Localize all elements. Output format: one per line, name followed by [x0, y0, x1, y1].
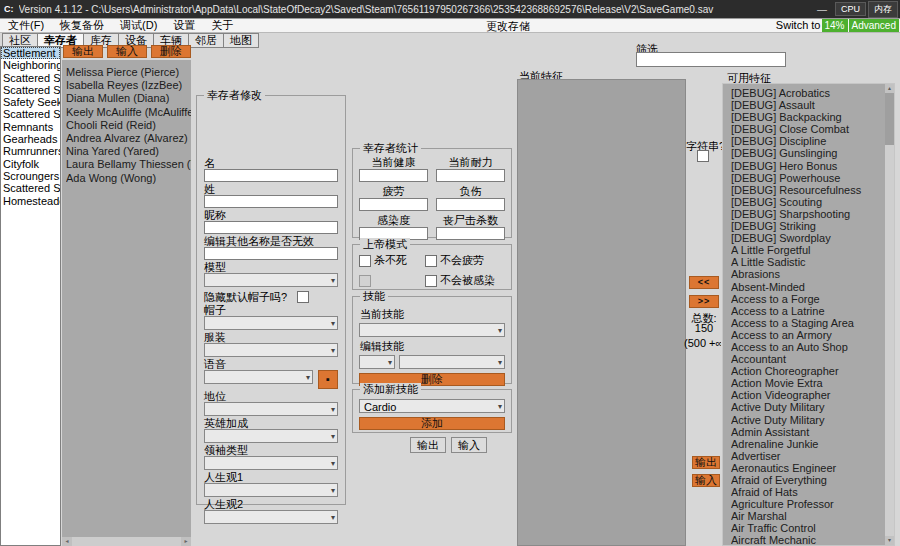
settlement-item[interactable]: Settlement: [1, 47, 60, 59]
trait-item[interactable]: Action Choreographer: [731, 365, 885, 377]
survivor-item[interactable]: Chooli Reid (Reid): [66, 119, 191, 132]
add-skill-button[interactable]: 添加: [359, 417, 505, 430]
stat-input[interactable]: [436, 169, 505, 182]
trait-item[interactable]: Access to a Staging Area: [731, 317, 885, 329]
menu-item[interactable]: 文件(F): [0, 19, 52, 32]
settlement-item[interactable]: Scattered Surviv: [1, 182, 60, 194]
move-right-button[interactable]: >>: [689, 295, 719, 308]
scroll-right-icon[interactable]: ▸: [181, 537, 191, 546]
trait-item[interactable]: Adrenaline Junkie: [731, 438, 885, 450]
clothing-select[interactable]: ▾: [204, 343, 338, 357]
trait-item[interactable]: Aeronautics Engineer: [731, 462, 885, 474]
settlement-item[interactable]: Gearheads: [1, 133, 60, 145]
unkillable-checkbox[interactable]: [359, 255, 371, 267]
trait-item[interactable]: Absent-Minded: [731, 281, 885, 293]
settlement-item[interactable]: Scroungers: [1, 170, 60, 182]
stat-input[interactable]: [436, 227, 505, 240]
leader-type-select[interactable]: ▾: [204, 456, 338, 470]
settlement-item[interactable]: Cityfolk: [1, 158, 60, 170]
trait-item[interactable]: Aircraft Mechanic: [731, 534, 885, 546]
trait-item[interactable]: [DEBUG] Striking: [731, 220, 885, 232]
trait-item[interactable]: [DEBUG] Gunslinging: [731, 147, 885, 159]
tab[interactable]: 地图: [224, 33, 259, 48]
minimize-button[interactable]: —: [809, 4, 835, 15]
trait-item[interactable]: Active Duty Military: [731, 401, 885, 413]
trait-item[interactable]: Agriculture Professor: [731, 498, 885, 510]
voice-select[interactable]: ▾: [204, 370, 313, 384]
trait-item[interactable]: [DEBUG] Discipline: [731, 135, 885, 147]
trait-item[interactable]: [DEBUG] Close Combat: [731, 123, 885, 135]
settlement-item[interactable]: Rumrunners: [1, 145, 60, 157]
current-skill-select[interactable]: ▾: [359, 323, 505, 337]
trait-item[interactable]: [DEBUG] Scouting: [731, 196, 885, 208]
switch-advanced-link[interactable]: Switch to: [776, 19, 821, 32]
skill-level-select[interactable]: ▾: [359, 355, 395, 369]
settlement-item[interactable]: Scattered Surviv: [1, 72, 60, 84]
trait-item[interactable]: [DEBUG] Sharpshooting: [731, 208, 885, 220]
settlement-item[interactable]: Scattered Surviv: [1, 108, 60, 120]
stat-input[interactable]: [359, 169, 428, 182]
traits-export-button[interactable]: 输出: [692, 456, 720, 469]
last-name-input[interactable]: [204, 195, 338, 208]
menu-item[interactable]: 调试(D): [112, 19, 165, 32]
scroll-down-icon[interactable]: ▾: [885, 536, 894, 545]
survivor-item[interactable]: Keely McAuliffe (McAuliffe): [66, 106, 191, 119]
trait-item[interactable]: Air Traffic Control: [731, 522, 885, 534]
status-select[interactable]: ▾: [204, 402, 338, 416]
survivor-delete-button[interactable]: 删除: [151, 45, 191, 58]
settlement-item[interactable]: Safety Seekers: [1, 96, 60, 108]
voice-preview-button[interactable]: ▪: [318, 370, 338, 389]
outlook2-select[interactable]: ▾: [204, 510, 338, 524]
current-traits-list[interactable]: [517, 79, 686, 546]
move-left-button[interactable]: <<: [689, 276, 719, 289]
survivor-item[interactable]: Laura Bellamy Thiessen (Thiessen: [66, 158, 191, 171]
survivor-hscrollbar[interactable]: ◂ ▸: [62, 537, 191, 546]
trait-item[interactable]: [DEBUG] Assault: [731, 99, 885, 111]
trait-item[interactable]: [DEBUG] Backpacking: [731, 111, 885, 123]
trait-item[interactable]: A Little Sadistic: [731, 256, 885, 268]
trait-item[interactable]: [DEBUG] Powerhouse: [731, 172, 885, 184]
skill-export-button[interactable]: 输出: [410, 437, 446, 453]
trait-item[interactable]: [DEBUG] Acrobatics: [731, 87, 885, 99]
survivor-item[interactable]: Melissa Pierce (Pierce): [66, 66, 191, 79]
string-checkbox[interactable]: [697, 150, 709, 162]
trait-item[interactable]: [DEBUG] Hero Bonus: [731, 160, 885, 172]
menu-item[interactable]: 关于: [203, 19, 241, 32]
scroll-left-icon[interactable]: ◂: [62, 537, 72, 546]
no-infection-checkbox[interactable]: [425, 275, 437, 287]
trait-item[interactable]: Access to a Forge: [731, 293, 885, 305]
skill-name-select[interactable]: ▾: [399, 355, 505, 369]
trait-item[interactable]: Access to an Auto Shop: [731, 341, 885, 353]
trait-item[interactable]: Access to a Latrine: [731, 305, 885, 317]
stat-input[interactable]: [359, 198, 428, 211]
trait-item[interactable]: Afraid of Everything: [731, 474, 885, 486]
skill-import-button[interactable]: 输入: [451, 437, 487, 453]
outlook1-select[interactable]: ▾: [204, 483, 338, 497]
trait-item[interactable]: Action Videographer: [731, 389, 885, 401]
trait-item[interactable]: Advertiser: [731, 450, 885, 462]
settlement-item[interactable]: Scattered Surviv: [1, 84, 60, 96]
survivor-item[interactable]: Isabella Reyes (IzzBee): [66, 79, 191, 92]
survivor-item[interactable]: Nina Yared (Yared): [66, 145, 191, 158]
trait-item[interactable]: Accountant: [731, 353, 885, 365]
settlement-item[interactable]: Remnants: [1, 121, 60, 133]
hero-bonus-select[interactable]: ▾: [204, 429, 338, 443]
menu-item[interactable]: 恢复备份: [52, 19, 112, 32]
trait-item[interactable]: Afraid of Hats: [731, 486, 885, 498]
survivor-item[interactable]: Ada Wong (Wong): [66, 172, 191, 185]
first-name-input[interactable]: [204, 169, 338, 182]
trait-item[interactable]: Access to an Armory: [731, 329, 885, 341]
traits-scrollbar[interactable]: ▴ ▾: [885, 84, 894, 545]
trait-item[interactable]: Active Duty Military: [731, 414, 885, 426]
survivor-item[interactable]: Diana Mullen (Diana): [66, 92, 191, 105]
switch-advanced-suffix[interactable]: Advanced: [849, 19, 899, 32]
trait-item[interactable]: Abrasions: [731, 268, 885, 280]
stat-input[interactable]: [436, 198, 505, 211]
hat-select[interactable]: ▾: [204, 316, 338, 330]
trait-item[interactable]: Admin Assistant: [731, 426, 885, 438]
no-fatigue-checkbox[interactable]: [425, 255, 437, 267]
traits-scrollbar-thumb[interactable]: [885, 93, 894, 145]
menu-change-save[interactable]: 更改存储: [478, 20, 538, 33]
model-select[interactable]: ▾: [204, 273, 338, 287]
scroll-up-icon[interactable]: ▴: [885, 84, 894, 93]
